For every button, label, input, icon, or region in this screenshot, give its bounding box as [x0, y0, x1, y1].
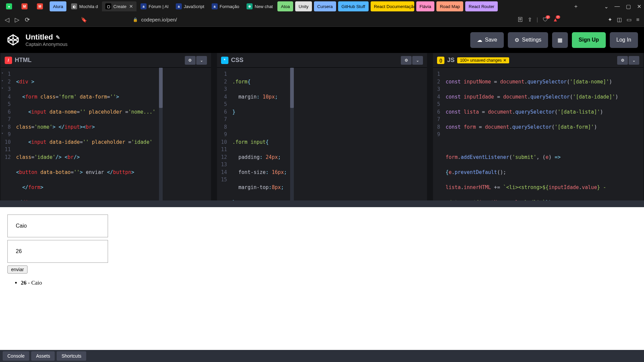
browser-tab[interactable]: React Documentação	[371, 1, 414, 11]
brave-shield-icon[interactable]: 🛡2	[543, 17, 548, 23]
edit-title-icon[interactable]: ✎	[56, 34, 60, 41]
output-divider[interactable]	[0, 200, 644, 207]
minimize-icon[interactable]: ―	[614, 3, 620, 9]
tab-favicon-icon: M	[37, 3, 43, 9]
browser-tab[interactable]: Unity	[295, 1, 312, 11]
tab-favicon-icon: ●	[6, 3, 12, 9]
close-window-icon[interactable]: ✕	[637, 3, 641, 10]
codepen-logo-icon[interactable]	[6, 33, 20, 47]
assets-button[interactable]: Assets	[31, 351, 55, 361]
cloud-icon: ☁	[477, 37, 482, 43]
pen-title[interactable]: Untitled✎	[25, 33, 67, 42]
browser-tab[interactable]: Alura	[50, 1, 66, 11]
css-scrollbar[interactable]	[290, 68, 294, 200]
tab-favicon-icon: ▢	[105, 3, 111, 9]
layout-icon: ▦	[557, 37, 562, 43]
css-lang-icon: *	[221, 57, 228, 64]
browser-tab[interactable]: Flávia	[416, 1, 435, 11]
css-settings-icon[interactable]: ⚙	[401, 56, 412, 65]
tab-favicon-icon: a	[141, 3, 147, 9]
codepen-header: Untitled✎ Captain Anonymous ☁Save ⚙Setti…	[0, 27, 644, 53]
css-editor-title: CSS	[231, 57, 244, 64]
js-editor-title: JS	[447, 57, 454, 64]
html-lang-icon: /	[5, 57, 12, 64]
maximize-icon[interactable]: ▢	[626, 3, 631, 10]
window-controls: ＋ ⌄ ― ▢ ✕	[573, 3, 641, 10]
translate-icon[interactable]: 🈂	[518, 17, 523, 23]
url-text: codepen.io/pen/	[141, 17, 177, 22]
html-editor: / HTML ⚙ ⌄ 123456789101112 <div > <form …	[1, 53, 211, 200]
address-bar[interactable]: 🔒 codepen.io/pen/	[133, 17, 177, 22]
forward-icon[interactable]: ▷	[15, 16, 19, 23]
js-dropdown-icon[interactable]: ⌄	[629, 56, 639, 65]
js-lang-icon: ()	[437, 57, 444, 64]
browser-tab[interactable]: Cursera	[314, 1, 336, 11]
tab-favicon-icon: ◐	[71, 3, 77, 9]
enviar-button[interactable]: enviar	[7, 265, 28, 274]
sidebar-icon[interactable]: ◫	[617, 16, 622, 23]
editor-row: / HTML ⚙ ⌄ 123456789101112 <div > <form …	[0, 53, 644, 200]
tab-favicon-icon: a	[176, 3, 182, 9]
browser-toolbar: ◁ ▷ ⟳ 🔖 🔒 codepen.io/pen/ 🈂 ⇪ | 🛡2 ▲7 ✦ …	[0, 13, 644, 27]
css-editor: * CSS ⚙ ⌄ 123456789101112131415 .form{ m…	[217, 53, 427, 200]
tab-dropdown-icon[interactable]: ⌄	[604, 3, 608, 10]
bookmark-icon[interactable]: 🔖	[81, 17, 87, 23]
browser-tab[interactable]: aFormação	[208, 1, 243, 11]
browser-tab[interactable]: Road Map	[436, 1, 463, 11]
js-editor: () JS 100+ unsaved changes ✕ ⚙ ⌄ 1234567…	[433, 53, 643, 200]
tab-close-icon[interactable]: ✕	[129, 4, 133, 9]
html-editor-title: HTML	[15, 57, 32, 64]
share-icon[interactable]: ⇪	[528, 16, 532, 23]
list-item: 26 - Caio	[21, 280, 640, 286]
nome-input[interactable]	[7, 215, 108, 237]
output-preview: enviar 26 - Caio	[0, 207, 644, 350]
gear-icon: ⚙	[515, 37, 519, 43]
save-button[interactable]: ☁Save	[470, 32, 504, 48]
browser-tab[interactable]: ◐Mochila d	[68, 1, 101, 11]
browser-tab[interactable]: Atoa	[277, 1, 293, 11]
extensions-icon[interactable]: ✦	[608, 16, 612, 23]
new-tab-icon[interactable]: ＋	[573, 3, 579, 10]
codepen-footer: Console Assets Shortcuts	[0, 350, 644, 362]
html-code-area[interactable]: 123456789101112 <div > <form class='form…	[1, 68, 211, 200]
brave-rewards-icon[interactable]: ▲7	[553, 17, 558, 23]
browser-tab[interactable]: M	[18, 1, 33, 11]
close-unsaved-icon[interactable]: ✕	[503, 58, 506, 63]
output-list: 26 - Caio	[4, 280, 640, 286]
css-dropdown-icon[interactable]: ⌄	[412, 56, 423, 65]
browser-tab[interactable]: ●	[3, 1, 17, 11]
tab-favicon-icon: M	[21, 3, 28, 9]
js-settings-icon[interactable]: ⚙	[617, 56, 628, 65]
pen-author: Captain Anonymous	[25, 42, 67, 47]
browser-tab[interactable]: M	[34, 1, 48, 11]
wallet-icon[interactable]: ▭	[627, 16, 632, 23]
back-icon[interactable]: ◁	[5, 16, 9, 23]
browser-tab-strip: ●MMAlura◐Mochila d▢Create✕aFórum | AlaJa…	[0, 0, 644, 13]
menu-icon[interactable]: ≡	[636, 17, 639, 23]
tab-favicon-icon: a	[212, 3, 218, 9]
layout-button[interactable]: ▦	[552, 32, 568, 48]
browser-tab[interactable]: ▢Create✕	[102, 1, 137, 11]
idade-input[interactable]	[7, 240, 108, 263]
login-button[interactable]: Log In	[610, 32, 638, 48]
shortcuts-button[interactable]: Shortcuts	[57, 351, 86, 361]
browser-tab[interactable]: GitHub Stuff	[338, 1, 369, 11]
html-dropdown-icon[interactable]: ⌄	[196, 56, 207, 65]
unsaved-badge[interactable]: 100+ unsaved changes ✕	[457, 57, 509, 63]
browser-tab[interactable]: aFórum | Al	[137, 1, 172, 11]
settings-button[interactable]: ⚙Settings	[508, 32, 548, 48]
html-scrollbar[interactable]	[159, 68, 163, 200]
reload-icon[interactable]: ⟳	[25, 16, 30, 23]
js-code-area[interactable]: 123456789 const inputNome = document.que…	[433, 68, 643, 200]
browser-tab[interactable]: aJavaScript	[172, 1, 208, 11]
css-code-area[interactable]: 123456789101112131415 .form{ margin: 10p…	[217, 68, 427, 200]
console-button[interactable]: Console	[3, 351, 29, 361]
lock-icon: 🔒	[133, 17, 138, 22]
tab-favicon-icon: ✻	[247, 3, 253, 9]
signup-button[interactable]: Sign Up	[572, 32, 605, 48]
html-settings-icon[interactable]: ⚙	[185, 56, 196, 65]
browser-tab[interactable]: ✻New chat	[243, 1, 276, 11]
browser-tab[interactable]: React Router	[465, 1, 498, 11]
